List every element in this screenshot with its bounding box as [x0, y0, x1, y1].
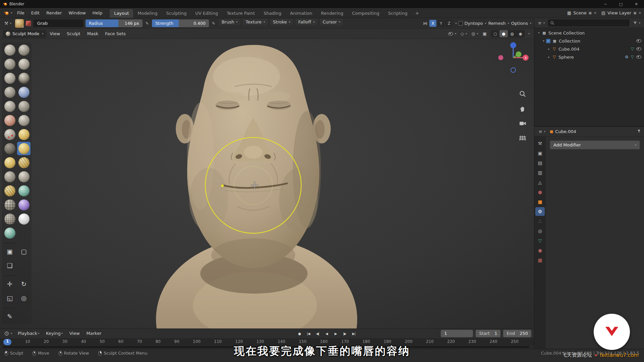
sculpt-brush-button[interactable] — [3, 43, 16, 57]
transport-button[interactable]: |◀ — [304, 330, 313, 337]
blender-menu-button[interactable]: ▾ — [2, 9, 14, 17]
sculpt-brush-button[interactable] — [17, 212, 31, 226]
transport-button[interactable]: ◀| — [313, 330, 322, 337]
disclosure-icon[interactable]: ▸ — [546, 55, 551, 59]
axis-negative-z-handle[interactable] — [511, 68, 516, 72]
sculpt-brush-button[interactable] — [17, 71, 31, 85]
outliner-row-collection[interactable]: ▾ ✓ ▦ Collection — [534, 37, 644, 45]
radius-slider[interactable]: Radius 146 px — [86, 19, 143, 27]
sculpt-brush-button[interactable] — [3, 100, 16, 113]
workspace-tab[interactable]: UV Editing — [191, 9, 222, 18]
mirror-axis-toggle[interactable]: X — [429, 20, 436, 27]
workspace-tab[interactable]: Rendering — [317, 9, 347, 18]
outliner-search[interactable] — [548, 19, 630, 26]
close-button[interactable]: ✕ — [629, 0, 644, 8]
new-view-layer-icon[interactable]: ▣ — [633, 11, 636, 15]
tab-object[interactable]: ■ — [535, 197, 545, 206]
shading-popover-button[interactable]: ▾ — [526, 30, 531, 38]
sculpt-brush-button[interactable] — [17, 128, 31, 141]
unlink-scene-icon[interactable]: ✕ — [594, 11, 596, 15]
active-tool-selector-button[interactable]: ⚒▾ — [3, 20, 13, 27]
gizmos-button[interactable]: ◇▾ — [459, 30, 469, 38]
brush-name-field[interactable]: Grab — [33, 19, 84, 27]
mirror-axis-toggle[interactable]: Z — [445, 20, 452, 27]
strength-pressure-toggle[interactable]: ✎ — [211, 20, 216, 26]
sculpt-brush-button[interactable] — [3, 128, 16, 141]
tab-scene[interactable]: ◬ — [535, 178, 545, 187]
shading-solid-button[interactable]: ● — [499, 30, 508, 37]
tab-object-data[interactable]: ▽ — [535, 236, 545, 245]
popover-button[interactable]: Cursor▾ — [319, 18, 344, 26]
menu-item[interactable]: Window — [65, 8, 89, 18]
sculpt-brush-button[interactable]: ▢ — [17, 245, 31, 258]
transport-button[interactable]: |▶ — [340, 330, 349, 337]
workspace-tab[interactable]: Scripting — [384, 9, 412, 18]
outliner-search-input[interactable] — [556, 20, 628, 25]
pan-button[interactable] — [519, 105, 527, 113]
transport-button[interactable]: ● — [295, 330, 304, 337]
popover-button[interactable]: Stroke▾ — [270, 18, 293, 26]
outliner-filter-button[interactable]: ▾ — [631, 19, 642, 26]
add-modifier-button[interactable]: Add Modifier ▾ — [550, 140, 640, 149]
object-visibility-button[interactable]: ▾ — [446, 30, 458, 38]
popover-button[interactable]: Texture▾ — [242, 18, 268, 26]
sculpt-brush-button[interactable] — [17, 184, 31, 197]
dyntopo-group[interactable]: Dyntopo ▾ — [459, 21, 486, 26]
popover-button[interactable]: Brush▾ — [218, 18, 241, 26]
timeline-menu-item[interactable]: Keying▾ — [43, 329, 66, 338]
tab-view-layer[interactable]: ▥ — [535, 168, 545, 177]
outliner-row-cube[interactable]: ▸ ▽ Cube.004 ▽ — [534, 45, 644, 53]
overlays-button[interactable]: ◎▾ — [470, 30, 480, 38]
frame-start-field[interactable]: Start 1 — [476, 330, 500, 337]
viewport-menu-item[interactable]: Sculpt — [63, 29, 84, 39]
outliner-row-sphere[interactable]: ▸ ▽ Sphere ⚙ ▽ — [534, 53, 644, 61]
timeline-scrollbar[interactable] — [0, 345, 534, 349]
workspace-tab[interactable]: Compositing — [347, 9, 384, 18]
options-popover[interactable]: Options ▾ — [511, 21, 531, 26]
timeline-menu-item[interactable]: Marker▾ — [83, 329, 105, 338]
sculpt-brush-button[interactable]: ◱ — [3, 291, 16, 305]
sculpt-brush-button[interactable] — [3, 170, 16, 183]
zoom-button[interactable] — [519, 90, 527, 98]
tab-render[interactable]: ▣ — [535, 149, 545, 158]
remove-view-layer-icon[interactable]: ✕ — [639, 11, 641, 15]
sculpt-brush-button[interactable] — [17, 114, 31, 127]
sculpt-brush-button[interactable] — [3, 240, 16, 243]
sculpt-brush-button[interactable] — [3, 85, 16, 99]
sculpt-brush-button[interactable] — [3, 156, 16, 169]
sculpt-brush-button[interactable]: ✎ — [3, 310, 16, 323]
sculpt-brush-button[interactable] — [17, 85, 31, 99]
collection-checkbox[interactable]: ✓ — [546, 39, 550, 43]
sculpt-brush-button[interactable] — [17, 142, 31, 155]
sculpt-brush-button[interactable]: ◎ — [17, 291, 31, 305]
timeline-editor-type-button[interactable]: ▾ — [3, 330, 14, 337]
toggle-perspective-grid-button[interactable] — [519, 134, 527, 142]
xray-toggle[interactable]: ▣ — [481, 30, 488, 38]
disclosure-icon[interactable]: ▾ — [536, 31, 541, 35]
navigation-gizmo[interactable]: X — [496, 41, 530, 74]
workspace-tab[interactable]: Texture Paint — [222, 9, 259, 18]
viewport-canvas[interactable] — [0, 39, 534, 328]
workspace-tab[interactable]: Modeling — [133, 9, 162, 18]
brush-preview-button[interactable] — [15, 19, 24, 28]
shading-wireframe-button[interactable]: ○ — [491, 30, 499, 37]
workspace-tab[interactable]: Sculpting — [162, 9, 191, 18]
axis-y-handle[interactable] — [516, 52, 522, 57]
menu-item[interactable]: Edit — [28, 8, 43, 18]
menu-item[interactable]: File — [14, 8, 28, 18]
workspace-tab[interactable]: Shading — [259, 9, 286, 18]
sculpt-brush-button[interactable] — [3, 273, 16, 276]
hide-in-viewport-toggle[interactable] — [636, 47, 641, 51]
transport-button[interactable]: ◀ — [322, 330, 331, 337]
axis-negative-x-handle[interactable] — [498, 55, 503, 60]
hide-in-viewport-toggle[interactable] — [636, 39, 641, 43]
view-layer-selector[interactable]: ▤ View Layer ▣ ✕ — [601, 10, 641, 15]
hide-in-viewport-toggle[interactable] — [636, 55, 641, 59]
sculpt-brush-button[interactable] — [17, 156, 31, 169]
tab-texture[interactable]: ▩ — [535, 256, 545, 264]
sculpt-brush-button[interactable] — [3, 305, 16, 308]
transport-button[interactable]: ▶| — [350, 330, 358, 337]
sculpt-brush-button[interactable] — [3, 114, 16, 127]
properties-editor-type-button[interactable]: ≡▾ — [537, 128, 547, 135]
workspace-tab[interactable]: Layout — [110, 9, 133, 18]
